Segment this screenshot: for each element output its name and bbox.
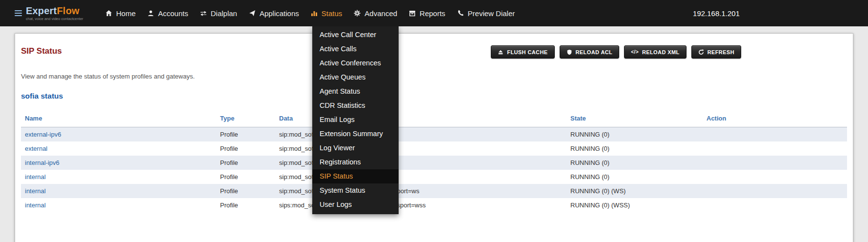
logo-flow: Flow	[57, 5, 79, 16]
state-cell: RUNNING (0)	[566, 127, 703, 142]
reports-icon	[409, 10, 416, 17]
menu-item-user-logs[interactable]: User Logs	[312, 198, 399, 212]
nav-item-accounts[interactable]: Accounts	[141, 0, 194, 26]
toolbar: FLUSH CACHE RELOAD ACL </> RELOAD XML RE…	[491, 45, 741, 59]
code-icon: </>	[631, 50, 639, 55]
reload-acl-button[interactable]: RELOAD ACL	[560, 45, 620, 59]
menu-item-email-logs[interactable]: Email Logs	[312, 113, 399, 127]
table-row: external-ipv6 Profile sip:mod_sofia@[::1…	[21, 127, 847, 142]
home-icon	[105, 10, 112, 17]
state-cell: RUNNING (0)	[566, 141, 703, 156]
content-card: SIP Status FLUSH CACHE RELOAD ACL </> RE…	[15, 33, 853, 242]
status-dropdown: Active Call Center Active Calls Active C…	[312, 26, 399, 214]
type-cell: Profile	[216, 170, 275, 184]
nav-item-advanced[interactable]: Advanced	[348, 0, 403, 26]
nav-item-label: Advanced	[364, 9, 397, 18]
nav-item-status[interactable]: Status	[305, 0, 348, 26]
state-cell: RUNNING (0) (WSS)	[566, 198, 703, 212]
state-cell: RUNNING (0)	[566, 156, 703, 170]
refresh-icon	[698, 49, 704, 55]
action-cell	[703, 170, 847, 184]
menu-item-extension-summary[interactable]: Extension Summary	[312, 127, 399, 141]
button-label: FLUSH CACHE	[507, 49, 547, 55]
column-header-type[interactable]: Type	[216, 109, 275, 127]
nav-item-label: Dialplan	[211, 9, 237, 18]
type-cell: Profile	[216, 127, 275, 142]
page-description: View and manage the status of system pro…	[21, 73, 195, 80]
nav-item-dialplan[interactable]: Dialplan	[194, 0, 243, 26]
type-cell: Profile	[216, 198, 275, 212]
action-cell	[703, 198, 847, 212]
sofia-status-table: Name Type Data State Action external-ipv…	[21, 109, 847, 212]
logo-text: ExpertFlow	[26, 6, 83, 16]
type-cell: Profile	[216, 141, 275, 156]
profile-link[interactable]: internal	[25, 187, 46, 195]
preview-dialer-icon	[457, 10, 464, 17]
accounts-icon	[147, 10, 154, 17]
button-label: REFRESH	[707, 49, 734, 55]
nav-item-label: Reports	[420, 9, 445, 18]
nav-item-label: Applications	[260, 9, 299, 18]
advanced-icon	[354, 10, 361, 17]
flush-cache-icon	[498, 49, 504, 55]
nav-item-label: Accounts	[158, 9, 188, 18]
profile-link[interactable]: internal	[25, 202, 46, 209]
nav-item-label: Status	[322, 9, 343, 18]
table-header-row: Name Type Data State Action	[21, 109, 847, 127]
menu-item-active-conferences[interactable]: Active Conferences	[312, 56, 399, 70]
flush-cache-button[interactable]: FLUSH CACHE	[491, 45, 554, 59]
table-row: external Profile sip:mod_sofia@192.168.1…	[21, 141, 847, 156]
action-cell	[703, 141, 847, 156]
menu-item-active-call-center[interactable]: Active Call Center	[312, 28, 399, 42]
dialplan-icon	[200, 10, 207, 17]
status-icon	[311, 10, 318, 17]
top-navbar: ExpertFlow chat, voice and video contact…	[0, 0, 868, 26]
page-title: SIP Status	[21, 46, 62, 56]
nav-item-home[interactable]: Home	[100, 0, 141, 26]
logo-tagline: chat, voice and video contactcenter	[26, 17, 83, 21]
type-cell: Profile	[216, 156, 275, 170]
profile-link[interactable]: external	[25, 145, 47, 152]
table-row: internal-ipv6 Profile sip:mod_sofia@[::1…	[21, 156, 847, 170]
nav-item-reports[interactable]: Reports	[403, 0, 451, 26]
reload-xml-button[interactable]: </> RELOAD XML	[624, 45, 686, 59]
table-row: internal Profile sips:mod_sofia@192.168.…	[21, 198, 847, 212]
menu-item-cdr-statistics[interactable]: CDR Statistics	[312, 99, 399, 113]
state-cell: RUNNING (0)	[566, 170, 703, 184]
menu-item-system-status[interactable]: System Status	[312, 183, 399, 198]
menu-item-log-viewer[interactable]: Log Viewer	[312, 141, 399, 155]
table-row: internal Profile sip:mod_sofia@192.168.1…	[21, 170, 847, 184]
column-header-action[interactable]: Action	[703, 109, 847, 127]
nav-item-label: Home	[116, 9, 136, 18]
action-cell	[703, 156, 847, 170]
button-label: RELOAD XML	[642, 49, 680, 55]
server-ip: 192.168.1.201	[693, 9, 740, 18]
logo-expert: Expert	[26, 5, 57, 16]
logo-list-icon	[15, 10, 22, 17]
nav-item-label: Preview Dialer	[468, 9, 515, 18]
applications-icon	[249, 10, 256, 17]
refresh-button[interactable]: REFRESH	[691, 45, 741, 59]
profile-link[interactable]: external-ipv6	[25, 131, 61, 138]
logo[interactable]: ExpertFlow chat, voice and video contact…	[15, 6, 88, 21]
state-cell: RUNNING (0) (WS)	[566, 184, 703, 198]
action-cell	[703, 127, 847, 142]
menu-item-agent-status[interactable]: Agent Status	[312, 84, 399, 99]
table-row: internal Profile sip:mod_sofia@192.168.1…	[21, 184, 847, 198]
nav-item-applications[interactable]: Applications	[243, 0, 305, 26]
shield-icon	[566, 49, 572, 55]
profile-link[interactable]: internal	[25, 173, 46, 181]
section-title: sofia status	[21, 92, 63, 101]
menu-item-active-queues[interactable]: Active Queues	[312, 70, 399, 84]
nav-menu: Home Accounts Dialplan Applications Stat…	[100, 0, 521, 26]
type-cell: Profile	[216, 184, 275, 198]
nav-item-preview-dialer[interactable]: Preview Dialer	[451, 0, 521, 26]
column-header-state[interactable]: State	[566, 109, 703, 127]
profile-link[interactable]: internal-ipv6	[25, 159, 60, 166]
menu-item-sip-status[interactable]: SIP Status	[312, 169, 399, 183]
action-cell	[703, 184, 847, 198]
menu-item-registrations[interactable]: Registrations	[312, 155, 399, 169]
column-header-name[interactable]: Name	[21, 109, 216, 127]
button-label: RELOAD ACL	[576, 49, 613, 55]
menu-item-active-calls[interactable]: Active Calls	[312, 42, 399, 56]
